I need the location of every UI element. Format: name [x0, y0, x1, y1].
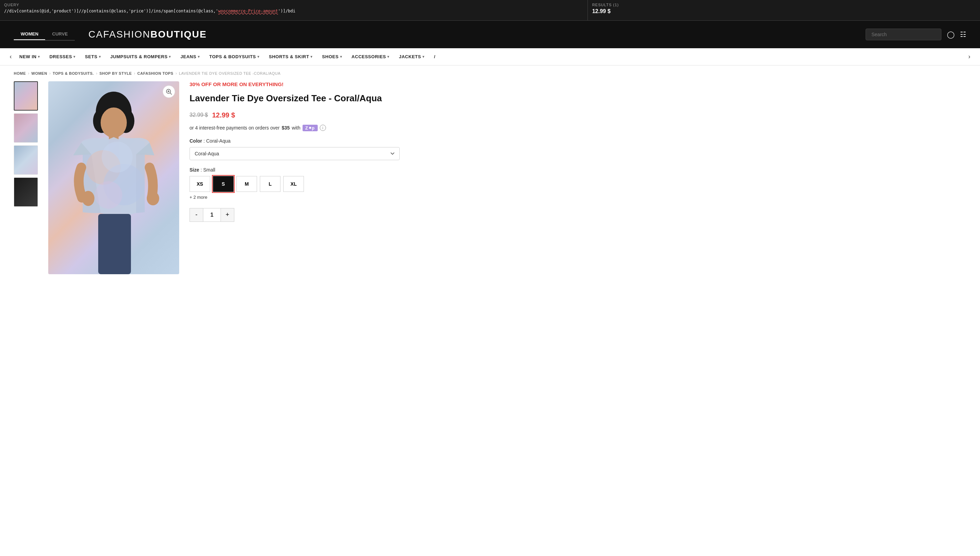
- nav-label-more: /: [434, 54, 435, 59]
- nav-item-shorts[interactable]: SHORTS & SKIRT ▾: [264, 48, 317, 65]
- dev-results-panel: RESULTS (1) 12.99 $: [588, 0, 980, 20]
- quantity-value: 1: [203, 208, 220, 222]
- chevron-down-icon: ▾: [310, 55, 312, 58]
- size-separator: :: [201, 167, 203, 173]
- breadcrumb-sep-5: ›: [175, 71, 177, 76]
- nav-item-sets[interactable]: SETS ▾: [80, 48, 105, 65]
- nav-item-new-in[interactable]: NEW IN ▾: [15, 48, 44, 65]
- price-row: 32.99 $ 12.99 $: [189, 111, 400, 119]
- nav-bar: ‹ NEW IN ▾ DRESSES ▾ SETS ▾ JUMPSUITS & …: [0, 48, 980, 65]
- nav-next-button[interactable]: ›: [965, 53, 973, 60]
- results-value: 12.99 $: [592, 8, 976, 15]
- breadcrumb-tops[interactable]: TOPS & BODYSUITS.: [53, 71, 94, 76]
- nav-label-accessories: ACCESSORIES: [351, 54, 386, 59]
- site-logo: CAFASHIONBOUTIQUE: [89, 29, 207, 40]
- nav-item-dresses[interactable]: DRESSES ▾: [44, 48, 80, 65]
- nav-label-new-in: NEW IN: [19, 54, 37, 59]
- chevron-down-icon: ▾: [257, 55, 259, 58]
- breadcrumb-current: LAVENDER TIE DYE OVERSIZED TEE -CORAL/AQ…: [179, 71, 280, 76]
- color-label-text: Color: [189, 138, 202, 144]
- thumbnail-4[interactable]: [14, 178, 38, 207]
- chevron-down-icon: ▾: [422, 55, 425, 58]
- breadcrumb-women[interactable]: WOMEN: [31, 71, 47, 76]
- chevron-down-icon: ▾: [340, 55, 342, 58]
- zip-amount: $35: [281, 125, 289, 131]
- cart-icon[interactable]: ☷: [960, 30, 966, 39]
- size-button-xl[interactable]: XL: [283, 176, 304, 192]
- svg-point-9: [102, 142, 133, 173]
- nav-item-jumpsuits[interactable]: JUMPSUITS & ROMPERS ▾: [105, 48, 176, 65]
- color-label: Color : Coral-Aqua: [189, 138, 400, 144]
- price-original: 32.99 $: [189, 112, 208, 118]
- chevron-down-icon: ▾: [169, 55, 171, 58]
- zip-logo: Zp: [302, 125, 318, 131]
- svg-point-4: [100, 107, 127, 138]
- tab-curve[interactable]: CURVE: [45, 29, 74, 40]
- svg-point-11: [147, 192, 159, 205]
- site-header: WOMEN CURVE CAFASHIONBOUTIQUE ◯ ☷: [0, 21, 980, 48]
- more-sizes-link[interactable]: + 2 more: [189, 195, 400, 200]
- zip-info-icon[interactable]: i: [320, 125, 326, 131]
- color-select[interactable]: Coral-Aqua: [189, 147, 400, 160]
- nav-item-tops[interactable]: TOPS & BODYSUITS ▾: [204, 48, 264, 65]
- nav-label-sets: SETS: [85, 54, 97, 59]
- thumbnail-column: [14, 81, 38, 274]
- price-sale: 12.99 $: [212, 111, 235, 119]
- main-product-image: [48, 81, 179, 274]
- size-label: Size : Small: [189, 167, 400, 173]
- chevron-down-icon: ▾: [387, 55, 390, 58]
- nav-label-tops: TOPS & BODYSUITS: [209, 54, 256, 59]
- size-button-xs[interactable]: XS: [189, 176, 210, 192]
- query-text: //div[contains(@id,'product')]//p[contai…: [4, 8, 584, 14]
- nav-item-shoes[interactable]: SHOES ▾: [317, 48, 347, 65]
- thumbnail-3[interactable]: [14, 145, 38, 175]
- product-details: 30% OFF OR MORE ON EVERYTHING! Lavender …: [189, 81, 400, 274]
- size-buttons: XS S M L XL: [189, 176, 400, 192]
- breadcrumb-sep-2: ›: [49, 71, 51, 76]
- nav-item-jackets[interactable]: JACKETS ▾: [394, 48, 429, 65]
- size-label-text: Size: [189, 167, 199, 173]
- breadcrumb-home[interactable]: HOME: [14, 71, 26, 76]
- thumbnail-1[interactable]: [14, 81, 38, 111]
- dev-query-panel: QUERY //div[contains(@id,'product')]//p[…: [0, 0, 588, 20]
- chevron-down-icon: ▾: [73, 55, 76, 58]
- zip-with: with: [292, 125, 301, 131]
- svg-rect-12: [98, 214, 131, 274]
- thumbnail-2[interactable]: [14, 113, 38, 142]
- search-input[interactable]: [865, 29, 941, 40]
- breadcrumb-shop-by-style[interactable]: SHOP BY STYLE: [99, 71, 132, 76]
- size-value: Small: [203, 167, 215, 173]
- promo-banner: 30% OFF OR MORE ON EVERYTHING!: [189, 81, 400, 87]
- nav-item-more[interactable]: /: [429, 48, 440, 65]
- header-actions: ◯ ☷: [865, 29, 966, 40]
- svg-point-8: [95, 181, 122, 209]
- size-button-s[interactable]: S: [213, 176, 234, 192]
- product-layout: 30% OFF OR MORE ON EVERYTHING! Lavender …: [0, 81, 414, 288]
- nav-label-shoes: SHOES: [322, 54, 339, 59]
- nav-item-accessories[interactable]: ACCESSORIES ▾: [347, 48, 394, 65]
- nav-items: NEW IN ▾ DRESSES ▾ SETS ▾ JUMPSUITS & RO…: [15, 48, 965, 65]
- nav-label-jeans: JEANS: [181, 54, 196, 59]
- breadcrumb-cafashion-tops[interactable]: CAFASHION TOPS: [137, 71, 174, 76]
- nav-label-shorts: SHORTS & SKIRT: [269, 54, 309, 59]
- quantity-row: - 1 +: [189, 208, 400, 222]
- dev-toolbar: QUERY //div[contains(@id,'product')]//p[…: [0, 0, 980, 21]
- results-label: RESULTS (1): [592, 3, 976, 7]
- nav-label-jumpsuits: JUMPSUITS & ROMPERS: [110, 54, 167, 59]
- quantity-decrease-button[interactable]: -: [189, 208, 203, 222]
- size-button-m[interactable]: M: [236, 176, 257, 192]
- color-value: Coral-Aqua: [206, 138, 231, 144]
- logo-bold: BOUTIQUE: [150, 29, 207, 40]
- breadcrumb: HOME › WOMEN › TOPS & BODYSUITS. › SHOP …: [0, 65, 980, 81]
- nav-item-jeans[interactable]: JEANS ▾: [176, 48, 204, 65]
- nav-label-jackets: JACKETS: [399, 54, 421, 59]
- chevron-down-icon: ▾: [38, 55, 40, 58]
- nav-prev-button[interactable]: ‹: [7, 53, 15, 60]
- user-icon[interactable]: ◯: [947, 30, 954, 39]
- tab-women[interactable]: WOMEN: [14, 29, 45, 40]
- quantity-increase-button[interactable]: +: [220, 208, 234, 222]
- size-button-l[interactable]: L: [260, 176, 280, 192]
- breadcrumb-sep-1: ›: [28, 71, 29, 76]
- breadcrumb-sep-3: ›: [96, 71, 97, 76]
- zoom-button[interactable]: [163, 86, 175, 98]
